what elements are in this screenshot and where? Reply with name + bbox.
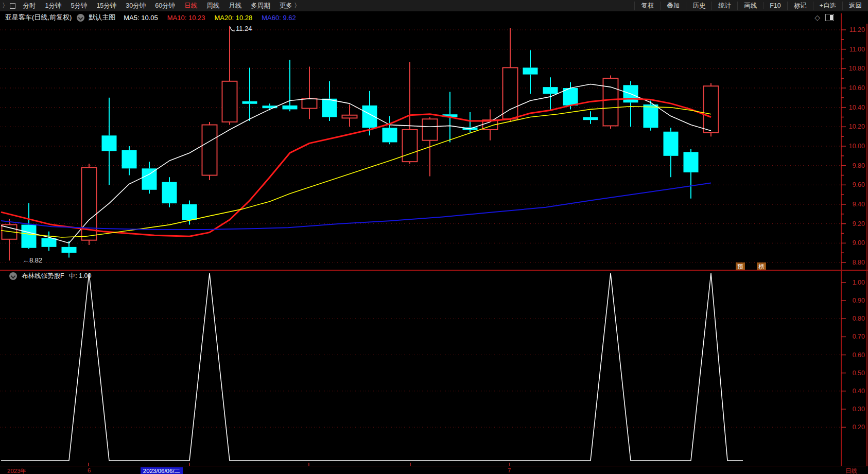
candle-down: [283, 106, 298, 110]
sub-indicator-line: [1, 273, 743, 461]
indicator-tick-label: 0.90: [853, 297, 865, 304]
candle-down: [142, 168, 157, 189]
toolbar-item-返回[interactable]: 返回: [842, 2, 868, 10]
candle-down: [543, 87, 558, 94]
price-tick-label: 11.00: [849, 46, 865, 53]
toolbar-item-标记[interactable]: 标记: [787, 2, 813, 10]
candle-down: [42, 238, 57, 247]
indicator-value: 中: 1.00: [69, 272, 92, 280]
price-tick-label: 9.40: [853, 201, 865, 208]
candle-down: [644, 104, 658, 128]
price-tick-label: 10.80: [849, 65, 865, 72]
toolbar-item-复权[interactable]: 复权: [634, 2, 660, 10]
diamond-icon[interactable]: ◇: [814, 13, 820, 22]
price-tick-label: 10.20: [849, 123, 865, 130]
menu-item-分时[interactable]: 分时: [19, 2, 41, 10]
panel-toggle-icon[interactable]: 〉: [0, 2, 19, 10]
toolbar-item-F10[interactable]: F10: [763, 2, 787, 9]
stock-chart-canvas: 11.2011.0010.8010.6010.4010.2010.009.809…: [0, 0, 868, 474]
candle-up: [403, 130, 418, 162]
month-label-6: 6: [88, 467, 91, 473]
candle-up: [423, 119, 438, 140]
stock-title: 亚星客车(日线,前复权): [5, 13, 72, 22]
month-label-7: 7: [508, 467, 511, 473]
period-menu: 分时1分钟5分钟15分钟30分钟60分钟日线周线月线多周期更多 〉: [19, 2, 305, 10]
menu-item-多周期[interactable]: 多周期: [246, 2, 275, 10]
indicator-tick-label: 0.80: [853, 315, 865, 322]
candle-down: [22, 225, 37, 248]
ma-value-MA5: MA5: 10.05: [124, 14, 158, 22]
tag-badge-label: 预: [737, 264, 743, 270]
indicator-tick-label: 0.50: [853, 370, 865, 377]
price-tick-label: 8.80: [853, 259, 865, 266]
candle-down: [162, 182, 177, 203]
date-axis-bar: 2023年 2023/06/06/二 日线 67: [0, 466, 868, 474]
toolbar-item-叠加[interactable]: 叠加: [660, 2, 686, 10]
price-tick-label: 9.60: [853, 181, 865, 188]
ma-value-MA20: MA20: 10.28: [215, 14, 253, 22]
candle-down: [583, 117, 598, 120]
candle-down: [322, 99, 337, 117]
indicator-tick-label: 0.30: [853, 406, 865, 413]
candle-up: [222, 81, 237, 122]
sub-indicator-header: 布林线强势股F 中: 1.00: [4, 271, 91, 280]
menu-item-周线[interactable]: 周线: [202, 2, 224, 10]
period-label: 日线: [845, 467, 857, 474]
candle-up: [704, 86, 719, 132]
menu-item-15分钟[interactable]: 15分钟: [92, 2, 121, 10]
toolbar-item-画线[interactable]: 画线: [737, 2, 763, 10]
chevron-down-icon[interactable]: [77, 14, 84, 22]
candle-up: [302, 99, 317, 109]
menu-item-月线[interactable]: 月线: [224, 2, 246, 10]
chart-header-row: 亚星客车(日线,前复权) 默认主图 MA5: 10.05MA10: 10.23M…: [0, 11, 868, 24]
ma60-line: [1, 183, 711, 230]
candle-up: [603, 78, 618, 126]
indicator-tick-label: 0.60: [853, 352, 865, 359]
price-tick-label: 10.00: [849, 143, 865, 150]
toolbar-item-历史[interactable]: 历史: [686, 2, 711, 10]
price-tick-label: 9.00: [853, 239, 865, 247]
selected-date-label[interactable]: 2023/06/06/二: [141, 467, 183, 474]
price-tick-label: 9.20: [853, 220, 865, 227]
candle-down: [383, 128, 397, 142]
menu-item-5分钟[interactable]: 5分钟: [66, 2, 92, 10]
tag-badge-label: 榜: [758, 264, 765, 270]
candle-up: [342, 115, 357, 118]
candle-down: [102, 135, 117, 151]
top-menubar: 〉 分时1分钟5分钟15分钟30分钟60分钟日线周线月线多周期更多 〉 复权叠加…: [0, 0, 868, 11]
indicator-tick-label: 0.20: [853, 424, 865, 431]
candle-down: [664, 132, 679, 156]
tool-menu: 复权叠加历史统计画线F10标记+自选返回: [634, 2, 868, 10]
low-price-annotation: ←8.82: [23, 256, 42, 264]
split-window-icon[interactable]: [825, 14, 834, 21]
menu-item-30分钟[interactable]: 30分钟: [121, 2, 150, 10]
candle-down: [122, 150, 137, 169]
axis-line-top: [841, 13, 842, 24]
candle-down: [182, 204, 197, 220]
candle-down: [62, 247, 77, 253]
high-annotation-arrow: [230, 27, 235, 31]
menu-item-60分钟[interactable]: 60分钟: [150, 2, 180, 10]
ma-values: MA5: 10.05MA10: 10.23MA20: 10.28MA60: 9.…: [124, 14, 296, 22]
ma-value-MA60: MA60: 9.62: [262, 14, 296, 22]
price-tick-label: 10.40: [849, 104, 865, 111]
ma-value-MA10: MA10: 10.23: [167, 14, 205, 22]
menu-item-更多 〉[interactable]: 更多 〉: [275, 2, 305, 10]
main-chart-style-label[interactable]: 默认主图: [89, 13, 115, 22]
price-tick-label: 9.80: [853, 162, 865, 169]
indicator-tick-label: 0.70: [853, 333, 865, 340]
indicator-tick-label: 1.00: [853, 279, 865, 286]
toolbar-item-+自选[interactable]: +自选: [813, 2, 842, 10]
year-label: 2023年: [7, 467, 26, 474]
candle-down: [523, 67, 538, 74]
menu-item-日线[interactable]: 日线: [180, 2, 202, 10]
toolbar-item-统计[interactable]: 统计: [711, 2, 737, 10]
indicator-chevron-icon[interactable]: [9, 272, 17, 280]
price-tick-label: 11.20: [849, 26, 865, 33]
price-tick-label: 10.60: [849, 84, 865, 92]
menu-item-1分钟[interactable]: 1分钟: [41, 2, 66, 10]
indicator-name[interactable]: 布林线强势股F: [22, 272, 64, 280]
high-price-annotation: 11.24: [236, 25, 252, 32]
candle-down: [242, 101, 257, 104]
candle-up: [503, 67, 518, 119]
